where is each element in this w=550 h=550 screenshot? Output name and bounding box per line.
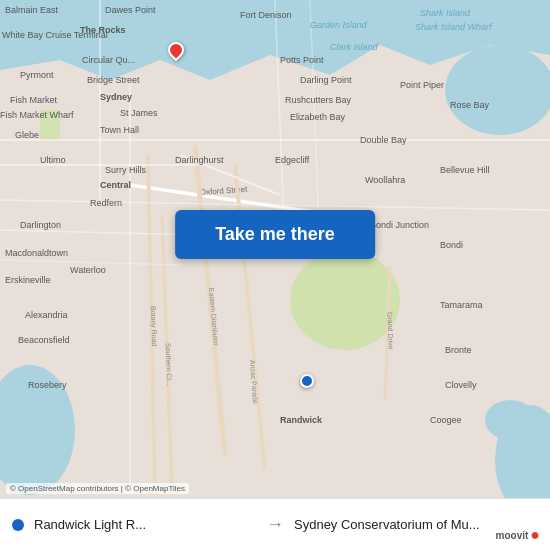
bottom-bar: Randwick Light R... → Sydney Conservator… — [0, 498, 550, 550]
label-town-hall: Town Hall — [100, 125, 139, 135]
app-container: Oxford Street Eastern Distributor Anzac … — [0, 0, 550, 550]
label-coogee: Coogee — [430, 415, 462, 425]
label-darling-point: Darling Point — [300, 75, 352, 85]
svg-point-5 — [290, 250, 400, 350]
label-darlinghurst: Darlinghurst — [175, 155, 224, 165]
destination-marker — [168, 42, 184, 62]
label-bondi-junction: Bondi Junction — [370, 220, 429, 230]
label-rosebery: Rosebery — [28, 380, 67, 390]
origin-marker — [300, 374, 314, 388]
label-bondi: Bondi — [440, 240, 463, 250]
label-bronte: Bronte — [445, 345, 472, 355]
label-redfern: Redfern — [90, 198, 122, 208]
label-waterloo: Waterloo — [70, 265, 106, 275]
label-sydney: Sydney — [100, 92, 132, 102]
origin-location: Randwick Light R... — [12, 517, 256, 532]
svg-text:Grand Drive: Grand Drive — [386, 312, 394, 350]
label-central: Central — [100, 180, 131, 190]
label-ultimo: Ultimo — [40, 155, 66, 165]
label-circular-quay: Circular Qu... — [82, 55, 135, 65]
label-tamarama: Tamarama — [440, 300, 483, 310]
label-point-piper: Point Piper — [400, 80, 444, 90]
arrow-icon: → — [266, 514, 284, 535]
label-pyrmont: Pyrmont — [20, 70, 54, 80]
label-clovelly: Clovelly — [445, 380, 477, 390]
label-erskineville: Erskineville — [5, 275, 51, 285]
label-rushcutters-bay: Rushcutters Bay — [285, 95, 351, 105]
moovit-logo-text: moovit — [496, 530, 529, 541]
label-potts-point: Potts Point — [280, 55, 324, 65]
label-rose-bay: Rose Bay — [450, 100, 489, 110]
label-beaconsfield: Beaconsfield — [18, 335, 70, 345]
label-woollahra: Woollahra — [365, 175, 405, 185]
label-elizabeth-bay: Elizabeth Bay — [290, 112, 345, 122]
label-dawes-point: Dawes Point — [105, 5, 156, 15]
label-shark-island: Shark Island — [420, 8, 470, 18]
label-darlington: Darlington — [20, 220, 61, 230]
svg-line-23 — [0, 200, 550, 210]
label-bellevue-hill: Bellevue Hill — [440, 165, 490, 175]
label-fort-denison: Fort Denison — [240, 10, 292, 20]
label-st-james: St James — [120, 108, 158, 118]
label-white-bay: White Bay Cruise Terminal — [2, 30, 108, 40]
destination-pin — [165, 39, 188, 62]
map-area: Oxford Street Eastern Distributor Anzac … — [0, 0, 550, 498]
label-edgecliff: Edgecliff — [275, 155, 309, 165]
moovit-logo-mark: ● — [530, 526, 540, 544]
label-randwick: Randwick — [280, 415, 322, 425]
label-clark-island: Clark Island — [330, 42, 378, 52]
label-glebe: Glebe — [15, 130, 39, 140]
label-fish-market: Fish Market — [10, 95, 57, 105]
label-garden-island: Garden Island — [310, 20, 367, 30]
svg-point-4 — [485, 400, 535, 440]
svg-point-1 — [445, 45, 550, 135]
label-surry-hills: Surry Hills — [105, 165, 146, 175]
take-me-there-button[interactable]: Take me there — [175, 210, 375, 259]
label-bridge-street: Bridge Street — [87, 75, 140, 85]
label-alexandria: Alexandria — [25, 310, 68, 320]
map-attribution: © OpenStreetMap contributors | © OpenMap… — [6, 483, 189, 494]
label-fish-market-wharf: Fish Market Wharf — [0, 110, 74, 120]
origin-name: Randwick Light R... — [34, 517, 146, 532]
svg-text:Anzac Parade: Anzac Parade — [249, 360, 259, 404]
label-balmain-east: Balmain East — [5, 5, 58, 15]
svg-line-24 — [0, 230, 200, 235]
label-macdonaldtown: Macdonaldtown — [5, 248, 68, 258]
svg-text:Oxford Street: Oxford Street — [200, 185, 249, 197]
origin-dot — [12, 519, 24, 531]
label-double-bay: Double Bay — [360, 135, 407, 145]
label-shark-island-wharf: Shark Island Wharf — [415, 22, 492, 32]
svg-text:Southern Cl...: Southern Cl... — [165, 343, 173, 386]
